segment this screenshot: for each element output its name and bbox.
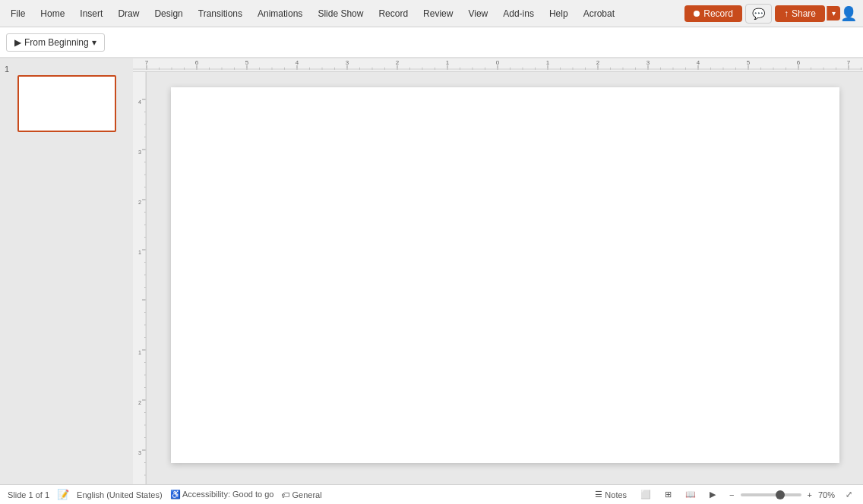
svg-text:1: 1 [138,350,141,355]
menu-item-acrobat[interactable]: Acrobat [576,5,622,22]
fit-to-window-button[interactable]: ⤢ [842,490,855,499]
reading-view-icon: 📖 [685,490,696,499]
share-button[interactable]: ↑ Share [775,5,825,22]
dropdown-icon: ▾ [92,37,96,48]
zoom-out-button[interactable]: − [726,490,737,499]
normal-view-button[interactable]: ⬜ [637,490,654,499]
record-button-label: Record [703,8,733,19]
notes-icon: ☰ [595,490,602,499]
slide-info: Slide 1 of 1 [8,490,49,499]
comment-icon: 💬 [752,8,765,20]
share-icon: ↑ [784,8,789,19]
menu-item-record[interactable]: Record [371,5,416,22]
zoom-level: 70% [818,490,835,499]
spelling-icon[interactable]: 📝 [57,489,69,500]
zoom-slider-thumb [776,490,785,499]
share-dropdown-button[interactable]: ▾ [827,6,840,20]
menu-item-home[interactable]: Home [33,5,72,22]
svg-rect-75 [133,72,147,484]
slideshow-icon: ▶ [710,490,716,499]
record-button[interactable]: Record [684,5,742,22]
horizontal-ruler-svg: 765432101234567 [133,58,862,70]
svg-text:2: 2 [138,200,141,205]
svg-text:3: 3 [138,150,141,155]
comment-button[interactable]: 💬 [745,4,772,24]
share-button-label: Share [792,8,816,19]
menu-item-design[interactable]: Design [147,5,190,22]
share-group: ↑ Share ▾ [775,5,840,22]
slide-canvas-area[interactable] [147,72,863,484]
menu-item-addins[interactable]: Add-ins [495,5,542,22]
normal-view-icon: ⬜ [640,490,651,499]
svg-text:3: 3 [138,450,141,455]
vertical-ruler-svg: 43211234 [133,72,147,484]
svg-text:4: 4 [296,59,299,66]
svg-text:6: 6 [195,59,199,66]
svg-text:4: 4 [138,99,141,105]
menu-item-view[interactable]: View [460,5,495,22]
svg-text:0: 0 [496,59,500,66]
svg-text:6: 6 [797,59,801,66]
svg-text:5: 5 [245,59,249,66]
user-icon: 👤 [840,6,857,21]
menu-bar: File Home Insert Draw Design Transitions… [0,0,863,27]
zoom-control: − + 70% [726,490,835,499]
svg-text:7: 7 [145,59,149,66]
menu-item-animations[interactable]: Animations [250,5,310,22]
svg-text:7: 7 [847,59,851,66]
fit-icon: ⤢ [846,490,852,499]
start-label: From Beginning [24,37,89,48]
reading-view-button[interactable]: 📖 [682,490,699,499]
user-icon-button[interactable]: 👤 [840,5,857,22]
play-icon: ▶ [14,37,21,48]
svg-text:5: 5 [747,59,751,66]
zoom-in-button[interactable]: + [805,490,815,499]
accessibility-check[interactable]: ♿ Accessibility: Good to go [170,490,274,499]
editor-area: 765432101234567 43211234 [133,58,863,484]
general-label: 🏷 General [281,490,321,499]
notes-label: Notes [605,490,627,499]
main-area: 1 765432101234567 43211234 [0,58,863,484]
language: English (United States) [77,490,163,499]
slide-sorter-icon: ⊞ [665,490,672,499]
svg-text:3: 3 [346,59,349,66]
svg-text:2: 2 [396,59,400,66]
menu-item-insert[interactable]: Insert [72,5,110,22]
slides-panel: 1 [0,58,133,484]
slide-sorter-button[interactable]: ⊞ [662,490,675,499]
svg-text:4: 4 [697,59,700,66]
slide-1-container: 1 [3,65,130,132]
svg-text:1: 1 [446,59,450,66]
editor-with-ruler: 43211234 [133,72,863,484]
from-beginning-button[interactable]: ▶ From Beginning ▾ [6,33,105,52]
slideshow-button[interactable]: ▶ [707,490,719,499]
accessibility-label: Accessibility: Good to go [182,490,273,499]
svg-text:1: 1 [138,250,141,255]
svg-text:3: 3 [646,59,650,66]
toolbar: ▶ From Beginning ▾ [0,27,863,58]
svg-text:1: 1 [546,59,550,66]
zoom-slider[interactable] [741,493,801,496]
record-dot-icon [694,11,700,17]
slide-number-1: 1 [3,65,130,74]
menu-item-review[interactable]: Review [416,5,460,22]
menu-item-file[interactable]: File [3,5,33,22]
notes-button[interactable]: ☰ Notes [592,490,630,499]
menu-item-draw[interactable]: Draw [110,5,147,22]
menu-item-slideshow[interactable]: Slide Show [310,5,371,22]
svg-text:2: 2 [596,59,600,66]
svg-text:2: 2 [138,400,141,405]
accessibility-icon: ♿ [170,490,181,499]
menu-item-help[interactable]: Help [542,5,576,22]
horizontal-ruler: 765432101234567 [133,58,863,72]
general-text: General [292,490,322,499]
slide-thumbnail-1[interactable] [17,75,116,132]
tag-icon: 🏷 [281,490,289,499]
menu-item-transitions[interactable]: Transitions [191,5,250,22]
slide-canvas[interactable] [171,87,839,463]
vertical-ruler: 43211234 [133,72,147,484]
status-bar: Slide 1 of 1 📝 English (United States) ♿… [0,484,863,504]
